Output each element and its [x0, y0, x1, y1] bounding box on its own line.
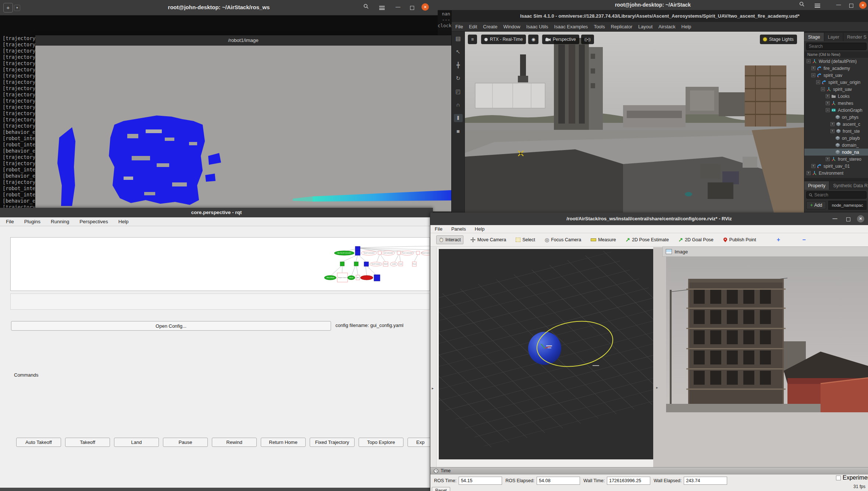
layers-icon[interactable]: ▤: [454, 35, 463, 43]
renderer-select[interactable]: RTX - Real-Time: [481, 35, 526, 44]
reset-button[interactable]: Reset: [432, 487, 450, 491]
menu-icon[interactable]: [814, 1, 821, 9]
command-button[interactable]: Auto Takeoff: [16, 438, 61, 447]
rotate-tool-icon[interactable]: ↻: [454, 74, 463, 82]
stage-panel-tab[interactable]: Render S: [843, 33, 868, 41]
pose-estimate-tool-button[interactable]: ↗ 2D Pose Estimate: [623, 235, 672, 245]
time-panel-header[interactable]: Time: [430, 467, 868, 474]
visibility-icon[interactable]: ◉: [528, 35, 538, 44]
isaac-menu-item[interactable]: Airstack: [658, 24, 675, 29]
behavior-tree-canvas[interactable]: Auto Takeoff CommandedTakeoff CommandedL…: [10, 237, 430, 291]
expand-icon[interactable]: +: [807, 171, 811, 175]
viewport-options-icon[interactable]: ≡: [468, 35, 477, 44]
expand-arrow-icon[interactable]: ▸: [656, 385, 658, 389]
search-icon[interactable]: [798, 1, 805, 9]
time-field-value[interactable]: 54.15: [459, 477, 502, 485]
measure-tool-button[interactable]: Measure: [588, 235, 619, 244]
select-tool-button[interactable]: Select: [513, 235, 538, 244]
maximize-button[interactable]: [844, 215, 852, 223]
stage-tree-item[interactable]: −spirit_uav: [804, 86, 868, 93]
time-field-value[interactable]: 54.08: [537, 477, 580, 485]
isaac-viewport[interactable]: ≡ RTX - Real-Time ◉ Perspective ((•)) St…: [465, 32, 804, 213]
stage-name-header[interactable]: Name (Old to New): [804, 51, 868, 58]
isaac-menu-item[interactable]: Create: [483, 24, 497, 29]
isaac-menu-item[interactable]: Replicator: [611, 24, 633, 29]
minimize-button[interactable]: —: [835, 1, 842, 9]
stage-tree-item[interactable]: on_phys: [804, 114, 868, 121]
expand-icon[interactable]: +: [826, 157, 830, 161]
isaac-menu-item[interactable]: File: [455, 24, 463, 29]
stage-search-input[interactable]: Search: [806, 43, 867, 50]
open-config-button[interactable]: Open Config...: [11, 321, 331, 331]
stage-tree-item[interactable]: on_playb: [804, 135, 868, 142]
stage-tree-item[interactable]: node_na: [804, 149, 868, 156]
isaac-menu-item[interactable]: Isaac Examples: [554, 24, 588, 29]
collapse-icon[interactable]: −: [816, 80, 820, 84]
command-button[interactable]: Exp: [408, 438, 432, 447]
maximize-button[interactable]: [408, 4, 416, 11]
stage-lights-button[interactable]: Stage Lights: [760, 35, 797, 44]
rviz-menu-item[interactable]: Help: [475, 226, 485, 232]
broadcast-icon[interactable]: ((•)): [581, 35, 594, 44]
stage-tree-item[interactable]: −World (defaultPrim): [804, 58, 868, 65]
collapse-icon[interactable]: −: [826, 108, 830, 112]
minimize-button[interactable]: —: [394, 4, 402, 11]
property-panel-tab[interactable]: Property: [804, 181, 829, 190]
image-panel-header[interactable]: Image: [662, 246, 868, 257]
rqt-titlebar[interactable]: core.perspective - rqt: [0, 208, 433, 217]
move-tool-icon[interactable]: ╋: [454, 61, 463, 69]
maximize-button[interactable]: [847, 1, 855, 9]
interact-tool-button[interactable]: Interact: [436, 235, 463, 244]
command-button[interactable]: Takeoff: [65, 438, 110, 447]
expand-icon[interactable]: +: [830, 129, 835, 133]
focus-camera-tool-button[interactable]: ◎ Focus Camera: [542, 235, 584, 245]
robot1-image-titlebar[interactable]: /robot1/image: [35, 35, 451, 46]
isaac-menu-item[interactable]: Help: [682, 24, 691, 29]
expand-icon[interactable]: +: [811, 66, 815, 70]
stage-tree-item[interactable]: +front_stereo: [804, 156, 868, 163]
command-button[interactable]: Fixed Trajectory: [310, 438, 355, 447]
isaac-titlebar[interactable]: Isaac Sim 4.1.0 - omniverse://128.237.74…: [452, 10, 868, 22]
remove-tool-button[interactable]: −: [800, 235, 808, 245]
rqt-menu-item[interactable]: Plugins: [24, 219, 40, 224]
camera-select[interactable]: Perspective: [542, 35, 579, 44]
rqt-menu-item[interactable]: Running: [51, 219, 69, 224]
isaac-menu-item[interactable]: Layout: [638, 24, 652, 29]
rqt-menu-item[interactable]: File: [6, 219, 14, 224]
stage-tree-item[interactable]: +ascent_c: [804, 121, 868, 128]
property-name-field[interactable]: node_namespac: [828, 201, 867, 210]
stage-tree-item[interactable]: −spirit_uav_origin: [804, 79, 868, 86]
menu-icon[interactable]: [378, 4, 385, 11]
search-icon[interactable]: [362, 4, 370, 11]
expand-icon[interactable]: +: [826, 94, 830, 98]
stage-panel-tab[interactable]: Stage: [804, 33, 824, 41]
minimize-button[interactable]: —: [831, 215, 839, 223]
terminal-titlebar[interactable]: + ▾ root@john-desktop: ~/AirStack/ros_ws…: [0, 0, 438, 15]
snap-tool-icon[interactable]: ∩: [454, 101, 463, 109]
add-tool-button[interactable]: +: [774, 235, 783, 245]
isaac-menu-item[interactable]: Tools: [594, 24, 605, 29]
property-panel-tab[interactable]: Synthetic Data R...: [829, 181, 868, 190]
displays-panel-collapsed[interactable]: ▸: [430, 247, 437, 467]
stage-panel-tab[interactable]: Layer: [824, 33, 843, 41]
close-button[interactable]: ✕: [859, 1, 867, 9]
command-button[interactable]: Land: [114, 438, 159, 447]
close-button[interactable]: ✕: [421, 3, 429, 11]
rviz-titlebar[interactable]: /root/AirStack/ros_ws/install/central/sh…: [430, 213, 868, 225]
pause-button-icon[interactable]: ‖: [454, 114, 463, 122]
rviz-menu-item[interactable]: Panels: [451, 226, 466, 232]
move-camera-tool-button[interactable]: Move Camera: [468, 235, 509, 244]
rviz-3d-view[interactable]: [439, 249, 653, 459]
property-search-input[interactable]: Search: [806, 191, 867, 199]
command-button[interactable]: Topo Explore: [359, 438, 403, 447]
rviz-menu-item[interactable]: File: [435, 226, 442, 232]
stage-tree-item[interactable]: +Environment: [804, 170, 868, 177]
publish-point-tool-button[interactable]: Publish Point: [721, 235, 759, 244]
stage-tree-item[interactable]: +meshes: [804, 100, 868, 107]
close-button[interactable]: ✕: [857, 215, 864, 223]
expand-icon[interactable]: +: [830, 122, 835, 126]
stage-tree-item[interactable]: domain_: [804, 142, 868, 149]
stage-tree-item[interactable]: +front_ste: [804, 128, 868, 135]
stage-tree-item[interactable]: −ActionGraph: [804, 107, 868, 114]
scale-tool-icon[interactable]: ◰: [454, 88, 463, 96]
